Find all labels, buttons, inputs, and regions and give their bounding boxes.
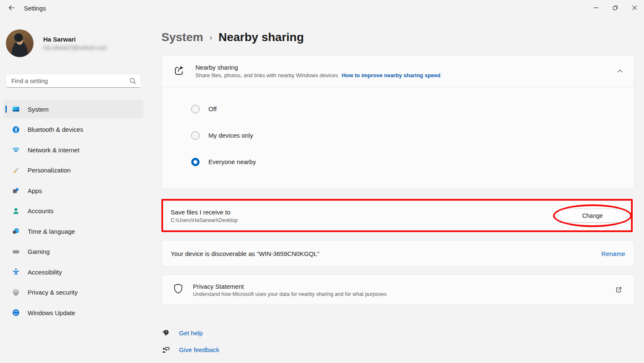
chevron-up-icon[interactable]: [617, 68, 623, 74]
save-files-section: Save files I receive to C:\Users\HaSarwa…: [161, 201, 634, 231]
get-help-row[interactable]: ? Get help: [161, 324, 634, 341]
sidebar-item-label: Personalization: [28, 167, 71, 174]
nearby-sharing-title: Nearby sharing: [195, 64, 440, 71]
give-feedback-row[interactable]: Give feedback: [161, 341, 634, 358]
search-box: [6, 74, 141, 88]
nearby-sharing-expander-header[interactable]: Nearby sharing Share files, photos, and …: [162, 55, 634, 87]
change-button[interactable]: Change: [558, 209, 627, 223]
profile-email: Ha.s4rwari7@outlook.com: [43, 44, 107, 51]
back-arrow-icon: [8, 4, 15, 13]
back-button[interactable]: [4, 3, 18, 14]
accounts-icon: [12, 207, 20, 215]
page-title: Nearby sharing: [218, 31, 304, 44]
get-help-link: Get help: [179, 329, 203, 337]
window-title: Settings: [24, 0, 46, 17]
close-button[interactable]: [625, 0, 644, 17]
sidebar-item-label: Gaming: [28, 248, 50, 255]
give-feedback-icon: [161, 345, 171, 354]
radio-label: Off: [208, 105, 217, 112]
give-feedback-link: Give feedback: [179, 346, 219, 353]
sidebar-item-network-internet[interactable]: Network & internet: [3, 141, 143, 159]
sidebar-item-system[interactable]: System: [3, 100, 143, 118]
selected-accent-bar: [5, 106, 7, 113]
nearby-sharing-description: Share files, photos, and links with near…: [195, 72, 338, 78]
shield-outline-icon: [172, 283, 184, 297]
window-controls: [586, 0, 644, 17]
profile[interactable]: Ha Sarwari Ha.s4rwari7@outlook.com: [6, 29, 107, 57]
system-icon: [12, 105, 20, 113]
sidebar-item-privacy-security[interactable]: Privacy & security: [3, 283, 143, 302]
sidebar-item-label: Accessibility: [28, 269, 62, 276]
breadcrumb-system[interactable]: System: [161, 31, 203, 44]
radio-label: Everyone nearby: [208, 158, 256, 165]
radio-label: My devices only: [208, 132, 253, 139]
sidebar-item-label: Accounts: [28, 207, 54, 214]
minimize-button[interactable]: [586, 0, 605, 17]
minimize-icon: [593, 5, 599, 12]
external-link-icon[interactable]: [615, 286, 622, 293]
apps-icon: [12, 186, 20, 195]
sidebar-item-label: Bluetooth & devices: [28, 126, 83, 133]
gaming-icon: [12, 248, 20, 256]
time-language-icon: [12, 227, 20, 235]
rename-link[interactable]: Rename: [601, 250, 625, 257]
nearby-sharing-options: Off My devices only Everyone nearby: [162, 87, 634, 188]
privacy-statement-card[interactable]: Privacy Statement Understand how Microso…: [161, 274, 634, 305]
restore-button[interactable]: [605, 0, 625, 17]
sidebar-item-label: Network & internet: [28, 146, 79, 154]
save-files-title: Save files I receive to: [171, 209, 238, 216]
search-icon: [129, 77, 137, 86]
save-files-card: Save files I receive to C:\Users\HaSarwa…: [161, 201, 634, 231]
avatar: [6, 29, 34, 57]
main-content: System › Nearby sharing Nearby sharing S…: [161, 17, 634, 358]
sidebar-item-personalization[interactable]: Personalization: [3, 161, 143, 180]
windows-update-icon: [12, 308, 20, 317]
radio-option-my-devices-only[interactable]: My devices only: [191, 122, 634, 149]
improve-speed-link[interactable]: How to improve nearby sharing speed: [342, 72, 441, 78]
network-icon: [12, 146, 20, 154]
accessibility-icon: [12, 268, 20, 276]
close-icon: [632, 5, 637, 12]
radio-dot: [194, 160, 197, 164]
nearby-sharing-card: Nearby sharing Share files, photos, and …: [161, 55, 634, 189]
discoverable-card: Your device is discoverable as “WIN-3659…: [161, 240, 634, 267]
privacy-statement-title: Privacy Statement: [193, 283, 387, 290]
search-input[interactable]: [6, 74, 140, 87]
save-files-path: C:\Users\HaSarwari\Desktop: [171, 217, 238, 223]
sidebar-nav: System Bluetooth & devices Network & int…: [3, 100, 143, 324]
sidebar-item-windows-update[interactable]: Windows Update: [3, 303, 143, 322]
sidebar-item-label: Time & language: [28, 228, 75, 235]
privacy-statement-description: Understand how Microsoft uses your data …: [193, 291, 387, 297]
discoverable-text: Your device is discoverable as “WIN-3659…: [171, 250, 319, 257]
restore-icon: [613, 5, 618, 12]
sidebar-item-bluetooth-devices[interactable]: Bluetooth & devices: [3, 120, 143, 139]
sidebar-item-apps[interactable]: Apps: [3, 181, 143, 200]
privacy-security-icon: [12, 288, 20, 297]
get-help-icon: ?: [161, 329, 171, 337]
radio-icon: [191, 105, 200, 113]
footer-links: ? Get help Give feedback: [161, 324, 634, 358]
sidebar-item-accounts[interactable]: Accounts: [3, 202, 143, 220]
radio-icon: [191, 131, 200, 140]
sidebar: Ha Sarwari Ha.s4rwari7@outlook.com Syste…: [0, 17, 147, 363]
titlebar: Settings: [0, 0, 644, 17]
sidebar-item-label: Privacy & security: [28, 289, 78, 296]
radio-option-off[interactable]: Off: [191, 96, 634, 122]
svg-text:?: ?: [165, 330, 167, 334]
personalization-icon: [12, 166, 20, 175]
radio-option-everyone-nearby[interactable]: Everyone nearby: [191, 149, 634, 175]
share-icon: [172, 63, 186, 79]
radio-selected-icon: [191, 158, 200, 166]
sidebar-item-gaming[interactable]: Gaming: [3, 243, 143, 261]
sidebar-item-label: Apps: [28, 187, 42, 194]
profile-name: Ha Sarwari: [43, 36, 107, 43]
breadcrumb-separator-icon: ›: [210, 33, 212, 42]
sidebar-item-label: Windows Update: [28, 309, 75, 316]
sidebar-item-time-language[interactable]: Time & language: [3, 222, 143, 240]
sidebar-item-label: System: [28, 106, 49, 113]
breadcrumb: System › Nearby sharing: [161, 31, 634, 44]
sidebar-item-accessibility[interactable]: Accessibility: [3, 263, 143, 281]
bluetooth-icon: [12, 125, 20, 134]
